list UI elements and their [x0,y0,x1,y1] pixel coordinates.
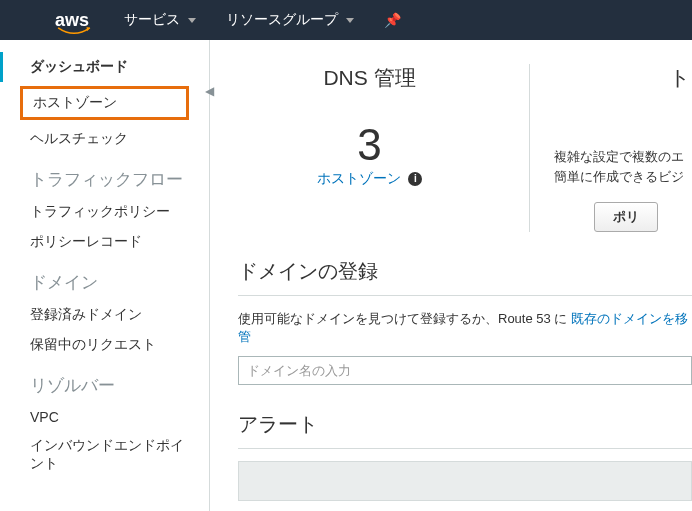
sidebar-item-dashboard[interactable]: ダッシュボード [0,52,209,82]
sidebar-item-registered-domains[interactable]: 登録済みドメイン [0,300,209,330]
hosted-zone-link[interactable]: ホストゾーン i [240,170,499,188]
domain-name-input[interactable] [238,356,692,385]
resource-groups-label: リソースグループ [226,11,338,29]
traffic-flow-panel: トラフ 複雑な設定で複数のエ 簡単に作成できるビジ ポリ [530,64,692,232]
create-policy-button[interactable]: ポリ [594,202,658,232]
domain-registration-title: ドメインの登録 [238,258,692,285]
info-icon[interactable]: i [408,172,422,186]
traffic-panel-description: 複雑な設定で複数のエ 簡単に作成できるビジ [554,147,692,186]
chevron-down-icon [346,18,354,23]
pin-icon[interactable]: 📌 [384,12,401,28]
sidebar-heading-domains: ドメイン [0,257,209,300]
sidebar-item-health-checks[interactable]: ヘルスチェック [0,124,209,154]
sidebar-item-policy-records[interactable]: ポリシーレコード [0,227,209,257]
chevron-down-icon [188,18,196,23]
alerts-table-header [238,461,692,501]
sidebar-heading-traffic-flow: トラフィックフロー [0,154,209,197]
sidebar-item-pending-requests[interactable]: 保留中のリクエスト [0,330,209,360]
top-nav-bar: aws サービス リソースグループ 📌 [0,0,692,40]
sidebar-item-vpc[interactable]: VPC [0,403,209,431]
hosted-zone-link-label: ホストゾーン [317,170,401,186]
resource-groups-menu[interactable]: リソースグループ [226,11,354,29]
sidebar: ◀ ダッシュボード ホストゾーン ヘルスチェック トラフィックフロー トラフィッ… [0,40,210,511]
hosted-zone-count: 3 [240,120,499,170]
dns-panel-title: DNS 管理 [240,64,499,92]
sidebar-collapse-icon[interactable]: ◀ [205,84,219,98]
sidebar-item-traffic-policies[interactable]: トラフィックポリシー [0,197,209,227]
aws-logo[interactable]: aws [55,10,89,31]
services-menu[interactable]: サービス [124,11,196,29]
dashboard-panels: DNS 管理 3 ホストゾーン i トラフ 複雑な設定で複数のエ 簡単に作成でき… [210,64,692,232]
main-layout: ◀ ダッシュボード ホストゾーン ヘルスチェック トラフィックフロー トラフィッ… [0,40,692,511]
sidebar-item-inbound-endpoints[interactable]: インバウンドエンドポイント [0,431,209,479]
traffic-panel-title: トラフ [554,64,692,92]
alerts-title: アラート [238,411,692,438]
services-label: サービス [124,11,180,29]
domain-registration-text: 使用可能なドメインを見つけて登録するか、Route 53 に 既存のドメインを移… [238,310,692,346]
dns-management-panel: DNS 管理 3 ホストゾーン i [210,64,530,232]
main-content: DNS 管理 3 ホストゾーン i トラフ 複雑な設定で複数のエ 簡単に作成でき… [210,40,692,511]
sidebar-heading-resolver: リゾルバー [0,360,209,403]
aws-smile-icon [57,27,91,37]
sidebar-item-hosted-zones[interactable]: ホストゾーン [20,86,189,120]
divider [238,295,692,296]
divider [238,448,692,449]
